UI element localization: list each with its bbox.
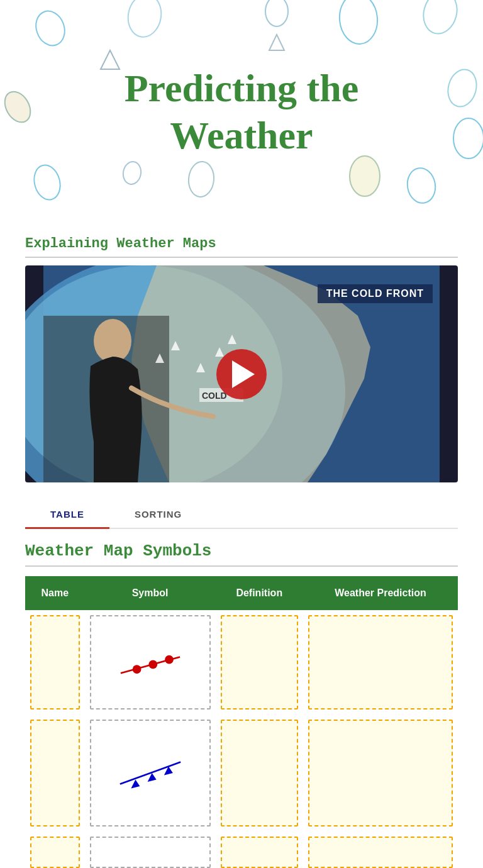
name-input-3[interactable]	[30, 837, 80, 868]
svg-point-12	[350, 156, 380, 196]
name-input-1[interactable]	[30, 615, 80, 709]
symbol-cell-2	[85, 715, 216, 832]
prediction-input-1[interactable]	[308, 615, 453, 709]
warm-front-svg	[113, 643, 188, 681]
svg-point-30	[148, 660, 157, 669]
warm-front-symbol	[90, 615, 211, 709]
definition-input-3[interactable]	[221, 837, 298, 868]
video-player[interactable]: COLD THE COLD FRONT	[25, 265, 458, 482]
main-content: Explaining Weather Maps	[0, 223, 483, 868]
svg-point-2	[265, 0, 288, 26]
definition-cell-1[interactable]	[216, 610, 303, 715]
svg-point-7	[0, 87, 36, 126]
table-section-title: Weather Map Symbols	[25, 542, 458, 567]
name-cell-1[interactable]	[25, 610, 85, 715]
svg-point-10	[453, 118, 483, 159]
svg-point-8	[30, 162, 64, 203]
svg-marker-5	[101, 50, 119, 69]
cold-front-svg	[113, 751, 188, 795]
svg-point-9	[444, 66, 480, 109]
svg-point-29	[132, 665, 141, 674]
table-row	[25, 610, 458, 715]
symbol-cell-1	[85, 610, 216, 715]
svg-point-0	[31, 7, 69, 50]
cold-front-label: THE COLD FRONT	[318, 284, 433, 303]
svg-text:COLD: COLD	[202, 391, 227, 401]
symbol-3	[90, 837, 211, 868]
prediction-cell-3[interactable]	[303, 832, 458, 868]
tab-bar: TABLE SORTING	[25, 501, 458, 529]
tab-sorting[interactable]: SORTING	[109, 501, 207, 528]
col-header-prediction: Weather Prediction	[303, 576, 458, 610]
prediction-input-3[interactable]	[308, 837, 453, 868]
definition-cell-2[interactable]	[216, 715, 303, 832]
prediction-input-2[interactable]	[308, 720, 453, 826]
page-title: Predicting the Weather	[125, 65, 359, 159]
svg-point-13	[404, 166, 438, 206]
play-icon	[232, 360, 255, 388]
video-section-title: Explaining Weather Maps	[25, 236, 458, 258]
svg-point-3	[338, 0, 380, 45]
name-cell-3[interactable]	[25, 832, 85, 868]
svg-point-31	[165, 655, 174, 664]
weather-map-table: Name Symbol Definition Weather Predictio…	[25, 576, 458, 868]
table-header-row: Name Symbol Definition Weather Predictio…	[25, 576, 458, 610]
play-button[interactable]	[216, 349, 267, 399]
svg-point-19	[94, 319, 131, 363]
definition-input-2[interactable]	[221, 720, 298, 826]
col-header-definition: Definition	[216, 576, 303, 610]
table-row	[25, 832, 458, 868]
svg-point-4	[419, 0, 462, 38]
name-input-2[interactable]	[30, 720, 80, 826]
svg-point-11	[187, 160, 216, 198]
col-header-name: Name	[25, 576, 85, 610]
hero-section: Predicting the Weather	[0, 0, 483, 223]
cold-front-symbol	[90, 720, 211, 826]
definition-cell-3[interactable]	[216, 832, 303, 868]
symbol-cell-3	[85, 832, 216, 868]
name-cell-2[interactable]	[25, 715, 85, 832]
svg-marker-6	[269, 35, 284, 50]
definition-input-1[interactable]	[221, 615, 298, 709]
prediction-cell-1[interactable]	[303, 610, 458, 715]
svg-point-14	[121, 160, 143, 186]
svg-marker-33	[131, 780, 140, 789]
tab-table[interactable]: TABLE	[25, 501, 109, 529]
svg-point-1	[125, 0, 164, 40]
prediction-cell-2[interactable]	[303, 715, 458, 832]
col-header-symbol: Symbol	[85, 576, 216, 610]
table-row	[25, 715, 458, 832]
